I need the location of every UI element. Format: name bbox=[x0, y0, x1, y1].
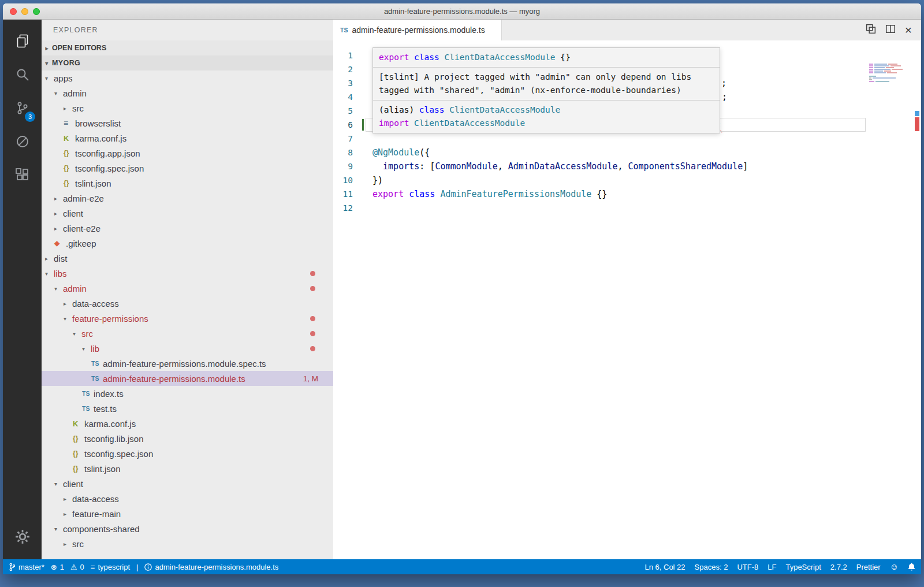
code-line-12[interactable]: 12 bbox=[333, 201, 921, 215]
split-icon bbox=[885, 24, 896, 36]
lint-message-line: [tslint] A project tagged with "admin" c… bbox=[379, 70, 714, 84]
tree-file-tsconfig.lib.json[interactable]: {}tsconfig.lib.json bbox=[42, 431, 333, 446]
tree-folder-src[interactable]: ▸src bbox=[42, 101, 333, 116]
root-folder-label: MYORG bbox=[52, 59, 80, 67]
status-eol[interactable]: LF bbox=[767, 563, 776, 571]
activity-settings[interactable] bbox=[3, 521, 42, 555]
code-line-10[interactable]: 10}) bbox=[333, 173, 921, 187]
status-active-file-info[interactable]: admin-feature-permissions.module.ts bbox=[144, 563, 278, 571]
token: ClientDataAccessModule bbox=[449, 105, 560, 114]
close-editor-button[interactable]: × bbox=[905, 24, 912, 36]
tree-folder-apps[interactable]: ▾apps bbox=[42, 70, 333, 86]
tree-folder-components-shared[interactable]: ▾components-shared bbox=[42, 521, 333, 536]
activity-extensions[interactable] bbox=[3, 159, 42, 193]
extensions-icon bbox=[14, 167, 31, 185]
tree-file-tsconfig.spec.json[interactable]: {}tsconfig.spec.json bbox=[42, 161, 333, 176]
status-linter-status[interactable]: ≡typescript bbox=[91, 563, 130, 571]
status-formatter[interactable]: Prettier bbox=[856, 563, 881, 571]
close-window-button[interactable] bbox=[10, 8, 17, 15]
tree-file-.gitkeep[interactable]: ◆.gitkeep bbox=[42, 236, 333, 251]
tree-folder-lib[interactable]: ▾lib bbox=[42, 341, 333, 356]
tree-file-tsconfig.app.json[interactable]: {}tsconfig.app.json bbox=[42, 146, 333, 161]
code-area[interactable]: 123;4';56import { ClientDataAccessModule… bbox=[333, 40, 921, 559]
tree-folder-data-access[interactable]: ▸data-access bbox=[42, 296, 333, 311]
status-label: Ln 6, Col 22 bbox=[644, 563, 685, 571]
token: class bbox=[414, 53, 444, 62]
token: ] bbox=[743, 161, 748, 172]
status-problems-warnings[interactable]: ⚠0 bbox=[70, 563, 84, 571]
status-typescript-version[interactable]: 2.7.2 bbox=[830, 563, 847, 571]
line-number: 7 bbox=[333, 132, 366, 146]
tree-item-label: data-access bbox=[72, 299, 119, 309]
tree-folder-admin-e2e[interactable]: ▸admin-e2e bbox=[42, 191, 333, 206]
activity-source-control[interactable]: 3 bbox=[3, 92, 42, 126]
status-notifications[interactable] bbox=[908, 563, 915, 571]
tree-file-admin-feature-permissions.module.spec.ts[interactable]: TSadmin-feature-permissions.module.spec.… bbox=[42, 356, 333, 371]
tree-folder-admin[interactable]: ▾admin bbox=[42, 281, 333, 296]
status-language-mode[interactable]: TypeScript bbox=[785, 563, 821, 571]
hover-alias: (alias) class ClientDataAccessModuleimpo… bbox=[373, 100, 720, 133]
tree-folder-client[interactable]: ▸client bbox=[42, 206, 333, 221]
tree-file-tslint.json[interactable]: {}tslint.json bbox=[42, 176, 333, 191]
tree-file-admin-feature-permissions.module.ts[interactable]: TSadmin-feature-permissions.module.ts1, … bbox=[42, 371, 333, 386]
tree-folder-feature-permissions[interactable]: ▾feature-permissions bbox=[42, 311, 333, 326]
activity-debug[interactable] bbox=[3, 126, 42, 159]
status-git-branch[interactable]: master* bbox=[9, 563, 44, 571]
tree-folder-src[interactable]: ▸src bbox=[42, 536, 333, 551]
chevron-down-icon: ▾ bbox=[54, 481, 63, 487]
section-open-editors[interactable]: ▸ OPEN EDITORS bbox=[42, 40, 333, 55]
status-cursor-position[interactable]: Ln 6, Col 22 bbox=[644, 563, 685, 571]
tree-file-test.ts[interactable]: TStest.ts bbox=[42, 401, 333, 416]
code-line-content bbox=[366, 132, 921, 146]
tree-item-label: admin-e2e bbox=[63, 194, 104, 203]
section-root-folder[interactable]: ▾ MYORG bbox=[42, 55, 333, 70]
activity-search[interactable] bbox=[3, 59, 42, 92]
activity-explorer[interactable] bbox=[3, 25, 42, 59]
titlebar[interactable]: admin-feature-permissions.module.ts — my… bbox=[3, 3, 921, 20]
chevron-down-icon: ▾ bbox=[64, 315, 72, 322]
code-line-9[interactable]: 9 imports: [CommonModule, AdminDataAcces… bbox=[333, 159, 921, 173]
tree-folder-admin[interactable]: ▾admin bbox=[42, 86, 333, 101]
tree-folder-dist[interactable]: ▸dist bbox=[42, 251, 333, 266]
tree-folder-src[interactable]: ▾src bbox=[42, 326, 333, 341]
status-encoding[interactable]: UTF-8 bbox=[737, 563, 758, 571]
tree-file-index.ts[interactable]: TSindex.ts bbox=[42, 386, 333, 401]
tree-item-label: tsconfig.spec.json bbox=[75, 164, 144, 173]
tree-folder-data-access[interactable]: ▸data-access bbox=[42, 491, 333, 506]
editor-group: TS admin-feature-permissions.module.ts ×… bbox=[333, 20, 921, 559]
minimap-line bbox=[869, 81, 906, 82]
bell-icon bbox=[908, 563, 915, 571]
chevron-down-icon: ▾ bbox=[82, 345, 91, 352]
info-icon bbox=[144, 563, 152, 571]
code-line-11[interactable]: 11export class AdminFeaturePermissionsMo… bbox=[333, 187, 921, 201]
token: {} bbox=[591, 189, 607, 199]
tree-folder-feature-main[interactable]: ▸feature-main bbox=[42, 506, 333, 521]
status-separator: | bbox=[136, 563, 138, 571]
code-line-8[interactable]: 8@NgModule({ bbox=[333, 146, 921, 159]
tree-file-browserslist[interactable]: ≡browserslist bbox=[42, 116, 333, 131]
status-problems-errors[interactable]: ⊗1 bbox=[51, 563, 64, 571]
tab-active-file[interactable]: TS admin-feature-permissions.module.ts bbox=[333, 20, 502, 40]
token: class bbox=[409, 189, 435, 199]
code-line-7[interactable]: 7 bbox=[333, 132, 921, 146]
status-feedback[interactable]: ☺ bbox=[890, 562, 899, 571]
tree-item-label: feature-main bbox=[72, 509, 121, 519]
status-label: UTF-8 bbox=[737, 563, 758, 571]
tree-folder-libs[interactable]: ▾libs bbox=[42, 266, 333, 281]
status-indentation[interactable]: Spaces: 2 bbox=[695, 563, 728, 571]
open-changes-button[interactable] bbox=[866, 24, 876, 36]
tree-file-karma.conf.js[interactable]: Kkarma.conf.js bbox=[42, 131, 333, 146]
tree-file-tslint.json[interactable]: {}tslint.json bbox=[42, 461, 333, 476]
tree-folder-client-e2e[interactable]: ▸client-e2e bbox=[42, 221, 333, 236]
token: , bbox=[498, 161, 508, 172]
tree-file-tsconfig.spec.json[interactable]: {}tsconfig.spec.json bbox=[42, 446, 333, 461]
tree-folder-client[interactable]: ▾client bbox=[42, 476, 333, 491]
split-editor-button[interactable] bbox=[885, 24, 896, 36]
minimap-line bbox=[869, 65, 906, 66]
tree-file-karma.conf.js[interactable]: Kkarma.conf.js bbox=[42, 416, 333, 431]
chevron-right-icon: ▸ bbox=[64, 511, 72, 517]
minimap[interactable] bbox=[869, 64, 906, 82]
minimize-window-button[interactable] bbox=[21, 8, 28, 15]
zoom-window-button[interactable] bbox=[33, 8, 40, 15]
tree-item-label: browserslist bbox=[75, 118, 121, 128]
